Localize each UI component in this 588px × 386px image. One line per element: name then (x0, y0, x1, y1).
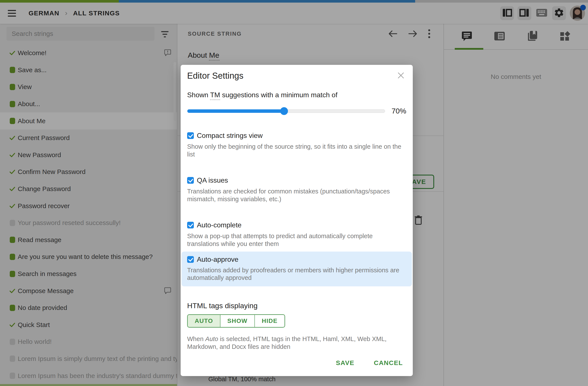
editor-app: GERMAN › ALL STRINGS (0, 0, 588, 386)
qa-issues-checkbox[interactable] (187, 177, 194, 184)
html-tags-heading: HTML tags displaying (187, 302, 406, 310)
option-description: Translations added by proofreaders or me… (187, 267, 401, 282)
option-label[interactable]: Compact strings view (197, 132, 263, 140)
option-label[interactable]: Auto-complete (197, 221, 241, 229)
option-auto-complete: Auto-complete Show a pop-up that attempt… (187, 221, 406, 248)
option-description: Translations are checked for common mist… (187, 187, 401, 203)
slider-value: 70% (392, 107, 406, 115)
dialog-title: Editor Settings (187, 71, 243, 81)
option-label[interactable]: Auto-approve (197, 255, 238, 263)
slider-fill (187, 109, 284, 113)
auto-complete-checkbox[interactable] (187, 222, 194, 229)
auto-approve-checkbox[interactable] (187, 256, 194, 263)
option-compact-strings: Compact strings view Show only the begin… (187, 132, 406, 158)
tm-threshold-slider[interactable] (187, 109, 385, 113)
html-tags-option-auto[interactable]: AUTO (188, 315, 220, 327)
html-tags-description: When Auto is selected, HTML tags in the … (187, 335, 401, 350)
compact-strings-checkbox[interactable] (187, 132, 194, 139)
option-description: Show only the beginning of the source st… (187, 143, 401, 158)
html-tags-option-show[interactable]: SHOW (220, 315, 254, 327)
tm-threshold-label: Shown TM suggestions with a minimum matc… (187, 91, 406, 99)
option-label[interactable]: QA issues (197, 176, 228, 184)
option-auto-approve-highlight: Auto-approve Translations added by proof… (182, 251, 412, 286)
cancel-button[interactable]: CANCEL (374, 359, 403, 367)
option-description: Show a pop-up that attempts to predict a… (187, 232, 401, 248)
tm-term: TM (210, 91, 220, 100)
tm-threshold-row: 70% (187, 107, 406, 115)
close-icon[interactable] (397, 71, 405, 80)
dialog-actions: SAVE CANCEL (336, 359, 403, 367)
slider-thumb[interactable] (280, 107, 288, 115)
html-tags-option-hide[interactable]: HIDE (254, 315, 284, 327)
option-qa-issues: QA issues Translations are checked for c… (187, 176, 406, 203)
save-button[interactable]: SAVE (336, 359, 354, 367)
html-tags-segmented-control: AUTO SHOW HIDE (187, 314, 285, 328)
editor-settings-dialog: Editor Settings Shown TM suggestions wit… (181, 65, 413, 376)
